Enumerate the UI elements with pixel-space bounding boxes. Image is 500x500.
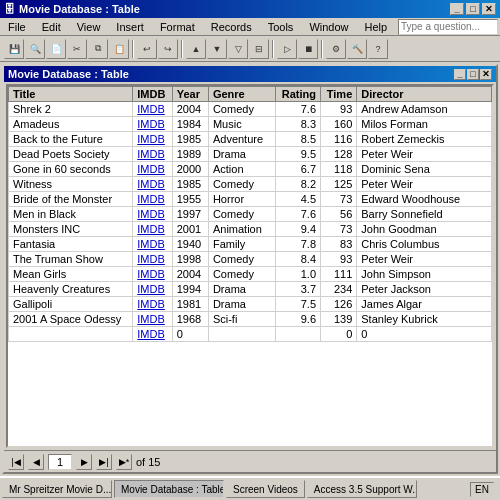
imdb-link[interactable]: IMDB: [137, 118, 165, 130]
menu-window[interactable]: Window: [303, 20, 354, 34]
cell-imdb[interactable]: IMDB: [133, 282, 172, 297]
imdb-link[interactable]: IMDB: [137, 328, 165, 340]
table-row[interactable]: Bride of the MonsterIMDB1955Horror4.573E…: [9, 192, 492, 207]
cell-imdb[interactable]: IMDB: [133, 177, 172, 192]
toolbar-btn-help[interactable]: ?: [368, 39, 388, 59]
maximize-button[interactable]: □: [466, 3, 480, 15]
search-input[interactable]: [398, 19, 498, 35]
table-row[interactable]: WitnessIMDB1985Comedy8.2125Peter Weir: [9, 177, 492, 192]
nav-last-button[interactable]: ▶|: [96, 454, 112, 470]
cell-imdb[interactable]: IMDB: [133, 252, 172, 267]
cell-imdb[interactable]: IMDB: [133, 297, 172, 312]
col-header-rating[interactable]: Rating: [276, 87, 321, 102]
taskbar-item-1[interactable]: Mr Spreitzer Movie D...: [2, 480, 112, 498]
cell-imdb[interactable]: IMDB: [133, 207, 172, 222]
inner-maximize-button[interactable]: □: [467, 69, 479, 80]
menu-edit[interactable]: Edit: [36, 20, 67, 34]
cell-imdb[interactable]: IMDB: [133, 327, 172, 342]
close-button[interactable]: ✕: [482, 3, 496, 15]
col-header-director[interactable]: Director: [357, 87, 492, 102]
table-row[interactable]: Shrek 2IMDB2004Comedy7.693Andrew Adamson: [9, 102, 492, 117]
toolbar-btn-copy[interactable]: ⧉: [88, 39, 108, 59]
table-row[interactable]: IMDB000: [9, 327, 492, 342]
minimize-button[interactable]: _: [450, 3, 464, 15]
nav-prev-button[interactable]: ◀: [28, 454, 44, 470]
toolbar-btn-filter-form[interactable]: ⊟: [249, 39, 269, 59]
menu-insert[interactable]: Insert: [110, 20, 150, 34]
table-row[interactable]: AmadeusIMDB1984Music8.3160Milos Forman: [9, 117, 492, 132]
toolbar-btn-save[interactable]: 💾: [4, 39, 24, 59]
imdb-link[interactable]: IMDB: [137, 178, 165, 190]
imdb-link[interactable]: IMDB: [137, 238, 165, 250]
cell-imdb[interactable]: IMDB: [133, 222, 172, 237]
cell-imdb[interactable]: IMDB: [133, 117, 172, 132]
imdb-link[interactable]: IMDB: [137, 208, 165, 220]
cell-imdb[interactable]: IMDB: [133, 102, 172, 117]
imdb-link[interactable]: IMDB: [137, 268, 165, 280]
toolbar-btn-paste[interactable]: 📋: [109, 39, 129, 59]
imdb-link[interactable]: IMDB: [137, 163, 165, 175]
imdb-link[interactable]: IMDB: [137, 103, 165, 115]
toolbar-btn-props[interactable]: ⚙: [326, 39, 346, 59]
table-row[interactable]: GallipoliIMDB1981Drama7.5126James Algar: [9, 297, 492, 312]
inner-close-button[interactable]: ✕: [480, 69, 492, 80]
taskbar-item-2[interactable]: Movie Database : Table: [114, 480, 224, 498]
toolbar-btn-delete[interactable]: ✂: [67, 39, 87, 59]
taskbar-right: EN: [470, 482, 498, 497]
col-header-year[interactable]: Year: [172, 87, 208, 102]
toolbar-btn-run[interactable]: ▷: [277, 39, 297, 59]
taskbar-item-3[interactable]: Screen Videos: [226, 480, 305, 498]
toolbar-btn-find[interactable]: 🔍: [25, 39, 45, 59]
taskbar-item-4[interactable]: Access 3.5 Support W...: [307, 480, 417, 498]
imdb-link[interactable]: IMDB: [137, 283, 165, 295]
cell-imdb[interactable]: IMDB: [133, 237, 172, 252]
menu-help[interactable]: Help: [359, 20, 394, 34]
nav-first-button[interactable]: |◀: [8, 454, 24, 470]
imdb-link[interactable]: IMDB: [137, 313, 165, 325]
record-number[interactable]: 1: [48, 454, 72, 470]
inner-minimize-button[interactable]: _: [454, 69, 466, 80]
menu-format[interactable]: Format: [154, 20, 201, 34]
cell-imdb[interactable]: IMDB: [133, 162, 172, 177]
table-row[interactable]: Men in BlackIMDB1997Comedy7.656Barry Son…: [9, 207, 492, 222]
cell-imdb[interactable]: IMDB: [133, 312, 172, 327]
imdb-link[interactable]: IMDB: [137, 223, 165, 235]
table-row[interactable]: FantasiaIMDB1940Family7.883Chris Columbu…: [9, 237, 492, 252]
cell-imdb[interactable]: IMDB: [133, 132, 172, 147]
toolbar-btn-sort-asc[interactable]: ▲: [186, 39, 206, 59]
table-row[interactable]: Monsters INCIMDB2001Animation9.473John G…: [9, 222, 492, 237]
toolbar-btn-builder[interactable]: 🔨: [347, 39, 367, 59]
table-row[interactable]: Gone in 60 secondsIMDB2000Action6.7118Do…: [9, 162, 492, 177]
nav-next-button[interactable]: ▶: [76, 454, 92, 470]
table-row[interactable]: The Truman ShowIMDB1998Comedy8.493Peter …: [9, 252, 492, 267]
table-row[interactable]: 2001 A Space OdessyIMDB1968Sci-fi9.6139S…: [9, 312, 492, 327]
toolbar-btn-redo[interactable]: ↪: [158, 39, 178, 59]
menu-tools[interactable]: Tools: [262, 20, 300, 34]
imdb-link[interactable]: IMDB: [137, 148, 165, 160]
nav-new-button[interactable]: ▶*: [116, 454, 132, 470]
table-row[interactable]: Heavenly CreaturesIMDB1994Drama3.7234Pet…: [9, 282, 492, 297]
col-header-time[interactable]: Time: [321, 87, 357, 102]
imdb-link[interactable]: IMDB: [137, 193, 165, 205]
cell-imdb[interactable]: IMDB: [133, 192, 172, 207]
col-header-genre[interactable]: Genre: [208, 87, 275, 102]
col-header-imdb[interactable]: IMDB: [133, 87, 172, 102]
imdb-link[interactable]: IMDB: [137, 133, 165, 145]
table-row[interactable]: Back to the FutureIMDB1985Adventure8.511…: [9, 132, 492, 147]
toolbar-btn-filter[interactable]: ▽: [228, 39, 248, 59]
toolbar-btn-undo[interactable]: ↩: [137, 39, 157, 59]
menu-records[interactable]: Records: [205, 20, 258, 34]
imdb-link[interactable]: IMDB: [137, 298, 165, 310]
imdb-link[interactable]: IMDB: [137, 253, 165, 265]
table-row[interactable]: Dead Poets SocietyIMDB1989Drama9.5128Pet…: [9, 147, 492, 162]
menu-file[interactable]: File: [2, 20, 32, 34]
cell-imdb[interactable]: IMDB: [133, 267, 172, 282]
toolbar-btn-sort-desc[interactable]: ▼: [207, 39, 227, 59]
menu-view[interactable]: View: [71, 20, 107, 34]
toolbar-btn-new[interactable]: 📄: [46, 39, 66, 59]
col-header-title[interactable]: Title: [9, 87, 133, 102]
toolbar-btn-stop[interactable]: ⏹: [298, 39, 318, 59]
tray-lang[interactable]: EN: [470, 482, 494, 497]
table-row[interactable]: Mean GirlsIMDB2004Comedy1.0111John Simps…: [9, 267, 492, 282]
cell-imdb[interactable]: IMDB: [133, 147, 172, 162]
